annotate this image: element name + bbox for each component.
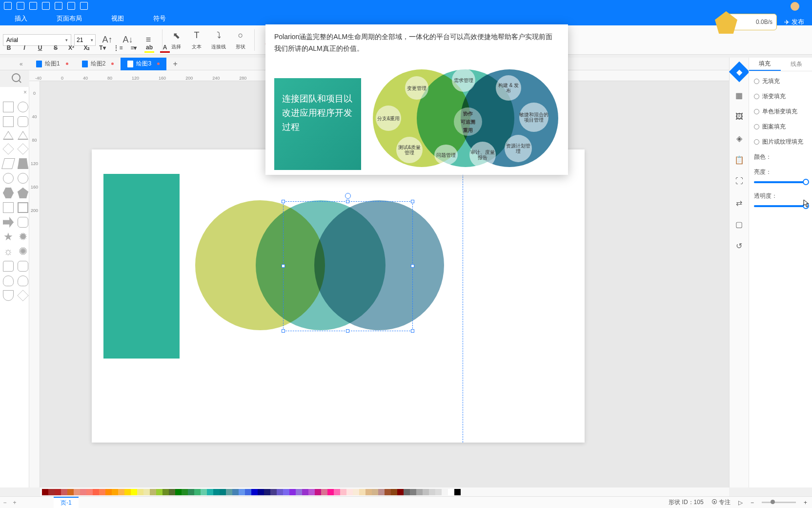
shape-para[interactable] — [1, 158, 15, 169]
shape-oct[interactable] — [3, 202, 14, 213]
tab-drawing1[interactable]: 绘图1 — [29, 58, 75, 70]
highlight-button[interactable]: ab — [144, 43, 154, 53]
color-swatch[interactable] — [251, 489, 258, 495]
apps-icon[interactable]: ▦ — [734, 90, 745, 101]
shape-diamond2[interactable] — [17, 143, 28, 154]
color-swatch[interactable] — [74, 489, 80, 495]
shape-cloud[interactable] — [3, 275, 14, 286]
color-swatch[interactable] — [270, 489, 277, 495]
shape-pent[interactable] — [18, 188, 28, 198]
color-swatch[interactable] — [315, 489, 321, 495]
bullets-button[interactable]: ≡▾ — [129, 43, 139, 53]
shape-bubble[interactable] — [18, 261, 28, 272]
zoom-slider[interactable] — [762, 502, 796, 503]
shape-trap[interactable] — [18, 158, 28, 169]
color-swatch[interactable] — [404, 489, 410, 495]
import-icon[interactable] — [80, 2, 88, 10]
color-swatch[interactable] — [61, 489, 67, 495]
color-swatch[interactable] — [302, 489, 308, 495]
new-icon[interactable] — [17, 2, 24, 10]
color-swatch[interactable] — [118, 489, 124, 495]
color-swatch[interactable] — [308, 489, 315, 495]
export-icon[interactable] — [67, 2, 75, 10]
remove-page-button[interactable]: − — [0, 499, 10, 506]
image-icon[interactable]: 🖼 — [734, 111, 745, 122]
shape-rectangle-green[interactable] — [103, 174, 180, 359]
color-swatch[interactable] — [365, 489, 372, 495]
color-swatch[interactable] — [410, 489, 416, 495]
color-swatch[interactable] — [232, 489, 239, 495]
history-icon[interactable]: ↺ — [734, 240, 745, 251]
color-swatch[interactable] — [448, 489, 454, 495]
close-panel-icon[interactable]: × — [23, 89, 27, 96]
color-swatch[interactable] — [296, 489, 302, 495]
shape-circle[interactable] — [18, 102, 28, 112]
color-swatch[interactable] — [86, 489, 93, 495]
shape-shield[interactable] — [3, 290, 14, 301]
color-swatch[interactable] — [442, 489, 448, 495]
color-swatch[interactable] — [201, 489, 207, 495]
radio-nofill[interactable]: 无填充 — [754, 77, 807, 85]
color-swatch[interactable] — [423, 489, 429, 495]
color-swatch[interactable] — [391, 489, 397, 495]
radio-texture[interactable]: 图片或纹理填充 — [754, 138, 807, 146]
shape-rect[interactable] — [3, 102, 14, 112]
menu-insert[interactable]: 插入 — [0, 14, 42, 23]
color-swatch[interactable] — [429, 489, 435, 495]
color-swatch[interactable] — [169, 489, 175, 495]
color-swatch[interactable] — [99, 489, 105, 495]
radio-monograd[interactable]: 单色渐变填充 — [754, 107, 807, 116]
user-avatar[interactable] — [791, 2, 799, 11]
tab-fill[interactable]: 填充 — [749, 58, 781, 71]
shape-chip[interactable] — [18, 217, 28, 228]
color-swatch[interactable] — [182, 489, 188, 495]
color-swatch[interactable] — [137, 489, 143, 495]
opacity-slider[interactable] — [754, 205, 807, 207]
collapse-tabs-icon[interactable]: « — [20, 61, 23, 67]
menu-view[interactable]: 视图 — [97, 14, 139, 23]
shape-callout[interactable] — [3, 261, 14, 272]
color-swatch[interactable] — [264, 489, 270, 495]
subscript-button[interactable]: X₂ — [82, 43, 92, 53]
menu-pagelayout[interactable]: 页面布局 — [42, 14, 97, 23]
color-swatch[interactable] — [80, 489, 86, 495]
underline-button[interactable]: U — [35, 43, 45, 53]
fill-panel-icon[interactable]: ◆ — [729, 62, 749, 82]
color-swatch[interactable] — [124, 489, 131, 495]
search-icon[interactable] — [12, 73, 20, 82]
shape-cube[interactable] — [18, 202, 28, 213]
shape-roundrect[interactable] — [18, 116, 28, 127]
resize-icon[interactable]: ⛶ — [734, 176, 745, 187]
fontcolor-button[interactable]: A — [160, 43, 170, 53]
color-swatch[interactable] — [156, 489, 162, 495]
menu-symbol[interactable]: 符号 — [139, 14, 181, 23]
superscript-button[interactable]: X² — [66, 43, 76, 53]
shape-pill[interactable] — [3, 173, 14, 184]
shape-sun[interactable]: ☼ — [3, 246, 14, 257]
color-swatch[interactable] — [385, 489, 391, 495]
color-swatch[interactable] — [207, 489, 213, 495]
color-swatch[interactable] — [327, 489, 334, 495]
venn-circle-3-selected[interactable] — [314, 200, 444, 330]
open-icon[interactable] — [29, 2, 37, 10]
shape-triangle[interactable] — [3, 131, 14, 140]
color-swatch[interactable] — [175, 489, 182, 495]
color-swatch[interactable] — [277, 489, 283, 495]
tab-drawing2[interactable]: 绘图2 — [75, 58, 121, 70]
page-tab[interactable]: 页-1 — [54, 497, 79, 508]
present-icon[interactable]: ▢ — [734, 219, 745, 230]
shape-hex[interactable] — [3, 188, 14, 198]
color-swatch[interactable] — [321, 489, 327, 495]
text-effects-button[interactable]: T▾ — [98, 43, 107, 53]
color-swatch[interactable] — [346, 489, 353, 495]
color-swatch[interactable] — [55, 489, 61, 495]
add-page-button[interactable]: + — [10, 499, 20, 506]
play-button[interactable]: ▷ — [738, 499, 743, 506]
tab-drawing3[interactable]: 绘图3 — [121, 58, 166, 70]
shape-star[interactable]: ★ — [3, 232, 14, 242]
layers-icon[interactable]: ◈ — [734, 133, 745, 144]
shape-rhombus[interactable] — [17, 290, 28, 301]
color-swatch[interactable] — [334, 489, 340, 495]
color-swatch[interactable] — [188, 489, 194, 495]
page[interactable] — [92, 149, 585, 443]
